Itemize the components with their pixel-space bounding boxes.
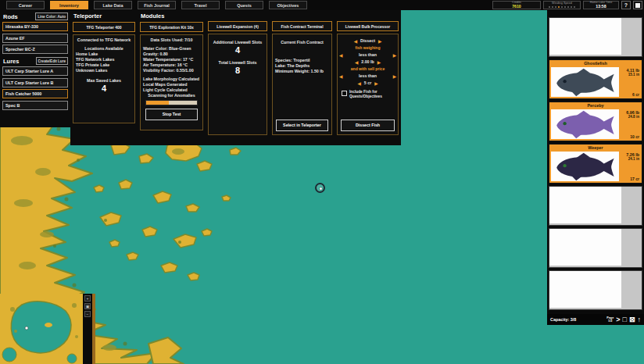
livewell-slot-fish[interactable]: Weeper 7.26 lb 24.1 in 17 cr bbox=[549, 144, 642, 184]
calc-line: Light Cycle Calculated bbox=[143, 87, 200, 93]
tab-quests[interactable]: Quests bbox=[225, 1, 263, 9]
fish-name: Perceby bbox=[549, 102, 642, 109]
map-cursor-reticle bbox=[315, 183, 325, 193]
capacity-label: Capacity: 3/8 bbox=[550, 317, 606, 322]
square-icon bbox=[635, 3, 640, 8]
lure-item[interactable]: Fish Catcher 5000 bbox=[2, 89, 68, 98]
modules-panel: Modules TFG Exploration Kit 10x Data Slo… bbox=[138, 10, 206, 145]
action-prev-arrow[interactable] bbox=[354, 39, 357, 44]
fish-name: Ghostlefish bbox=[549, 60, 642, 67]
help-button[interactable]: ? bbox=[621, 1, 631, 9]
panel-toggle-button[interactable] bbox=[633, 1, 642, 9]
fish-contract-title: Fish Contract Terminal bbox=[272, 21, 332, 31]
livewell-slot-empty[interactable] bbox=[549, 17, 642, 57]
tab-travel[interactable]: Travel bbox=[181, 1, 220, 9]
rods-lures-panel: Rods Line Color: Auto Hirasaka BY-330 Az… bbox=[0, 10, 70, 127]
lures-title: Lures bbox=[3, 58, 19, 65]
total-slots-value: 8 bbox=[211, 66, 264, 76]
lure-item[interactable]: ULT Carp Starter Lure B bbox=[2, 78, 68, 87]
winding-speed-control[interactable]: Winding Speed bbox=[543, 1, 581, 9]
tab-lake-data[interactable]: Lake Data bbox=[94, 1, 132, 9]
bulk-processor-panel: Livewell Bulk Processor Dissect fish wei… bbox=[335, 10, 401, 145]
location-item: Home Lake bbox=[76, 52, 132, 57]
credits-display: Credits 7610 bbox=[492, 1, 541, 9]
livewell-slot-empty[interactable] bbox=[549, 186, 642, 226]
create-edit-lure-button[interactable]: Create/Edit Lure bbox=[36, 57, 68, 65]
livewell-slot-fish[interactable]: Perceby 6.96 lb 24.8 in 10 cr bbox=[549, 102, 642, 141]
winding-speed-dots[interactable] bbox=[549, 6, 576, 9]
stop-test-button[interactable]: Stop Test bbox=[145, 109, 198, 120]
process-all-icon[interactable]: ⊠ bbox=[629, 316, 635, 323]
reading-line: Visibility Factor: 0.55/1.00 bbox=[143, 68, 200, 73]
select-in-teleporter-button[interactable]: Select in Teleporter bbox=[276, 120, 328, 131]
weight-comparator-next-arrow[interactable] bbox=[393, 53, 396, 58]
livewell-slot-empty[interactable] bbox=[549, 228, 642, 268]
scroll-up-icon[interactable]: ↑ bbox=[638, 316, 642, 323]
livewell-slot-empty[interactable] bbox=[549, 270, 642, 310]
lure-item[interactable]: Spec B bbox=[2, 101, 68, 110]
tab-career[interactable]: Career bbox=[6, 1, 45, 9]
minimap-center-button[interactable]: ▣ bbox=[84, 303, 91, 309]
calc-line: Lake Morphology Calculated bbox=[143, 77, 200, 82]
action-next-arrow[interactable] bbox=[378, 39, 381, 44]
minimap-zoom-out-button[interactable]: − bbox=[84, 311, 91, 317]
weight-increase-arrow[interactable] bbox=[377, 60, 381, 65]
livewell-expansion-title: Livewell Expansion (4) bbox=[208, 21, 267, 31]
price-comparator-prev-arrow[interactable] bbox=[339, 74, 342, 79]
exploration-kit-button[interactable]: TFG Exploration Kit 10x bbox=[140, 22, 203, 32]
fish-silhouette-icon bbox=[551, 67, 619, 97]
weight-decrease-arrow[interactable] bbox=[355, 60, 358, 65]
page-indicator: Page 1/2 bbox=[606, 316, 614, 323]
reading-line: Air Temperature: 16 °C bbox=[143, 62, 200, 68]
contract-species: Species: Tropertil bbox=[275, 58, 329, 63]
tab-fish-journal[interactable]: Fish Journal bbox=[138, 1, 176, 9]
rod-item[interactable]: Hirasaka BY-330 bbox=[2, 22, 68, 31]
livewell-footer-bar: Capacity: 3/8 Page 1/2 > □ ⊠ ↑ bbox=[547, 314, 644, 325]
fish-length: 24.1 in bbox=[626, 157, 639, 162]
question-mark-icon: ? bbox=[624, 2, 628, 8]
rods-title: Rods bbox=[3, 13, 18, 20]
price-decrease-arrow[interactable] bbox=[358, 81, 361, 86]
fish-length: 24.8 in bbox=[626, 115, 639, 120]
weight-value: 2.00 lb bbox=[361, 59, 374, 65]
top-bar: Career Inventory Lake Data Fish Journal … bbox=[0, 0, 644, 10]
fish-price: 17 cr bbox=[630, 177, 639, 181]
empty-slot-image-area bbox=[549, 271, 621, 308]
rod-item[interactable]: Azune EF bbox=[2, 34, 68, 43]
max-saved-lakes-value: 4 bbox=[76, 84, 132, 94]
price-increase-arrow[interactable] bbox=[374, 81, 377, 86]
rod-item[interactable]: Sprecher BC-Z bbox=[2, 45, 68, 54]
livewell-panel: Ghostlefish 4.11 lb 15.1 in 6 cr Perceby bbox=[547, 10, 644, 325]
minimap-border bbox=[92, 294, 95, 364]
minimap[interactable] bbox=[0, 294, 83, 364]
dissect-fish-button[interactable]: Dissect Fish bbox=[341, 120, 395, 131]
price-caption: and with sell price bbox=[340, 66, 395, 72]
player-position-dot bbox=[25, 327, 28, 330]
lure-item[interactable]: ULT Carp Starter Lure A bbox=[2, 66, 68, 76]
fish-silhouette-icon bbox=[551, 109, 619, 139]
fish-price: 6 cr bbox=[632, 92, 639, 97]
tab-inventory[interactable]: Inventory bbox=[50, 1, 88, 9]
total-slots-label: Total Livewell Slots bbox=[211, 60, 264, 66]
max-saved-lakes-label: Max Saved Lakes bbox=[76, 78, 132, 84]
teleporter-panel: Teleporter TFG Teleporter 400 Connected … bbox=[70, 10, 138, 145]
weight-comparator-value: less than bbox=[359, 52, 377, 58]
include-quest-fish-label: Include Fish for Quests/Objectives bbox=[349, 90, 395, 99]
teleporter-device-button[interactable]: TFG Teleporter 400 bbox=[73, 22, 135, 32]
current-contract-label: Current Fish Contract bbox=[275, 40, 329, 45]
slot-view-icon[interactable]: □ bbox=[623, 316, 627, 323]
minimap-controls: + ▣ − bbox=[83, 294, 92, 364]
reading-line: Water Temperature: 17 °C bbox=[143, 57, 200, 62]
weight-caption: fish weighing bbox=[340, 45, 395, 51]
fish-name: Weeper bbox=[549, 145, 642, 152]
empty-slot-image-area bbox=[549, 18, 621, 55]
price-comparator-next-arrow[interactable] bbox=[393, 74, 396, 79]
tab-objectives[interactable]: Objectives bbox=[269, 1, 307, 9]
price-comparator-value: less than bbox=[359, 73, 377, 79]
include-quest-fish-checkbox[interactable] bbox=[342, 91, 347, 96]
next-page-icon[interactable]: > bbox=[616, 316, 620, 323]
minimap-zoom-in-button[interactable]: + bbox=[84, 295, 91, 302]
livewell-slot-fish[interactable]: Ghostlefish 4.11 lb 15.1 in 6 cr bbox=[549, 59, 642, 99]
line-color-button[interactable]: Line Color: Auto bbox=[35, 12, 68, 20]
weight-comparator-prev-arrow[interactable] bbox=[339, 53, 342, 58]
